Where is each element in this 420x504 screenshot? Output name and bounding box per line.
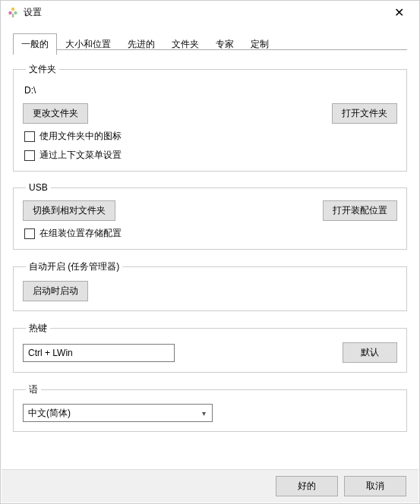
group-language-legend: 语 <box>26 383 41 396</box>
open-install-location-button[interactable]: 打开装配位置 <box>323 200 397 221</box>
tab-folders[interactable]: 文件夹 <box>163 33 207 55</box>
group-autostart-legend: 自动开启 (任务管理器) <box>26 260 122 273</box>
svg-point-1 <box>8 11 11 14</box>
use-folder-icons-label: 使用文件夹中的图标 <box>39 130 122 143</box>
dialog-footer: 好的 取消 <box>2 469 418 502</box>
via-context-menu-checkbox[interactable]: 通过上下文菜单设置 <box>24 149 396 162</box>
use-folder-icons-checkbox[interactable]: 使用文件夹中的图标 <box>24 130 396 143</box>
tab-expert[interactable]: 专家 <box>207 33 242 55</box>
start-on-boot-button[interactable]: 启动时启动 <box>23 281 88 301</box>
window-title: 设置 <box>24 6 381 19</box>
group-hotkey-legend: 热键 <box>26 322 50 335</box>
tab-advanced[interactable]: 先进的 <box>119 33 163 55</box>
close-icon: ✕ <box>394 5 404 20</box>
language-select[interactable]: 中文(简体) ▾ <box>23 404 213 422</box>
titlebar: 设置 ✕ <box>1 1 419 24</box>
tab-content-general: 文件夹 D:\ 更改文件夹 打开文件夹 使用文件夹中的图标 通过上下文菜单设置 … <box>1 54 419 432</box>
group-language: 语 中文(简体) ▾ <box>13 383 407 432</box>
cancel-button[interactable]: 取消 <box>344 476 406 496</box>
group-folder: 文件夹 D:\ 更改文件夹 打开文件夹 使用文件夹中的图标 通过上下文菜单设置 <box>13 63 407 172</box>
svg-point-2 <box>14 11 17 14</box>
via-context-menu-label: 通过上下文菜单设置 <box>39 149 122 162</box>
group-autostart: 自动开启 (任务管理器) 启动时启动 <box>13 260 407 311</box>
chevron-down-icon: ▾ <box>202 409 206 417</box>
language-selected: 中文(简体) <box>28 407 71 420</box>
svg-rect-3 <box>12 14 13 17</box>
close-button[interactable]: ✕ <box>381 2 416 23</box>
group-folder-legend: 文件夹 <box>26 63 59 76</box>
hotkey-default-button[interactable]: 默认 <box>343 342 397 363</box>
group-usb: USB 切换到相对文件夹 打开装配位置 在组装位置存储配置 <box>13 182 407 250</box>
svg-point-0 <box>11 8 14 11</box>
group-hotkey: 热键 默认 <box>13 322 407 373</box>
tab-general[interactable]: 一般的 <box>13 33 57 55</box>
tabs: 一般的 大小和位置 先进的 文件夹 专家 定制 <box>13 33 419 54</box>
checkbox-icon <box>24 150 35 161</box>
checkbox-icon <box>24 131 35 142</box>
checkbox-icon <box>24 228 35 239</box>
group-usb-legend: USB <box>26 182 51 193</box>
tab-size-position[interactable]: 大小和位置 <box>57 33 119 55</box>
ok-button[interactable]: 好的 <box>276 476 338 496</box>
hotkey-input[interactable] <box>23 344 175 362</box>
store-config-install-checkbox[interactable]: 在组装位置存储配置 <box>24 227 396 240</box>
tab-custom[interactable]: 定制 <box>242 33 277 55</box>
store-config-install-label: 在组装位置存储配置 <box>39 227 122 240</box>
switch-relative-folder-button[interactable]: 切换到相对文件夹 <box>23 200 115 221</box>
folder-path: D:\ <box>24 85 396 96</box>
open-folder-button[interactable]: 打开文件夹 <box>332 103 397 124</box>
tabs-underline <box>13 49 407 50</box>
app-icon <box>7 6 19 18</box>
change-folder-button[interactable]: 更改文件夹 <box>23 103 88 124</box>
